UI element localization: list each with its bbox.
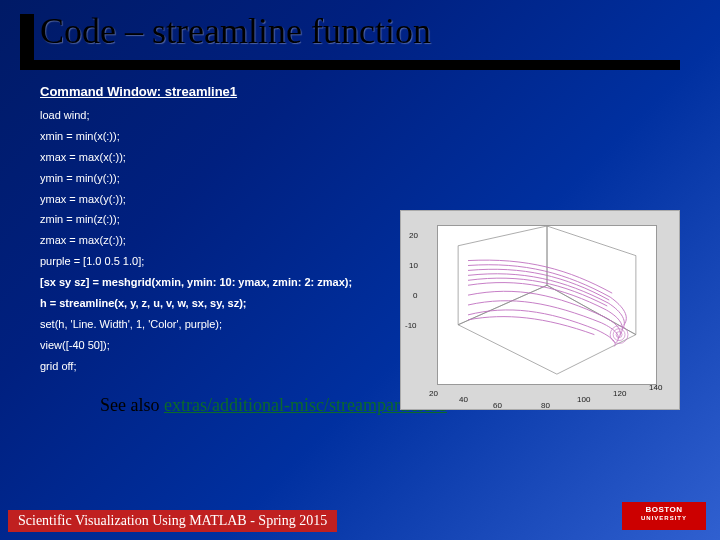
y-tick: 60 — [493, 401, 502, 410]
code-line: load wind; — [40, 105, 720, 126]
z-tick: 20 — [409, 231, 418, 240]
y-tick: 40 — [459, 395, 468, 404]
z-tick: 0 — [413, 291, 417, 300]
plot-axes-3d — [437, 225, 657, 385]
code-line: xmax = max(x(:)); — [40, 147, 720, 168]
x-tick: 120 — [613, 389, 626, 398]
x-tick: 80 — [541, 401, 550, 410]
title-underline — [20, 60, 680, 70]
x-tick: 100 — [577, 395, 590, 404]
footer-bar: Scientific Visualization Using MATLAB - … — [8, 510, 337, 532]
code-line: xmin = min(x(:)); — [40, 126, 720, 147]
z-tick: -10 — [405, 321, 417, 330]
x-tick: 140 — [649, 383, 662, 392]
logo-line1: BOSTON — [645, 505, 682, 514]
code-line: ymax = max(y(:)); — [40, 189, 720, 210]
see-also-prefix: See also — [100, 395, 164, 415]
logo-line2: UNIVERSITY — [622, 515, 706, 522]
code-line: ymin = min(y(:)); — [40, 168, 720, 189]
svg-marker-0 — [458, 285, 636, 374]
svg-marker-2 — [547, 226, 636, 335]
matlab-figure: 20 10 0 -10 20 40 60 80 100 120 140 — [400, 210, 680, 410]
svg-point-4 — [613, 329, 625, 341]
z-tick: 10 — [409, 261, 418, 270]
slide-title: Code – streamline function — [0, 0, 720, 52]
boston-university-logo: BOSTON UNIVERSITY — [622, 502, 706, 530]
section-heading: Command Window: streamline1 — [40, 84, 720, 99]
content-area: Command Window: streamline1 load wind;xm… — [0, 70, 720, 377]
y-tick: 20 — [429, 389, 438, 398]
